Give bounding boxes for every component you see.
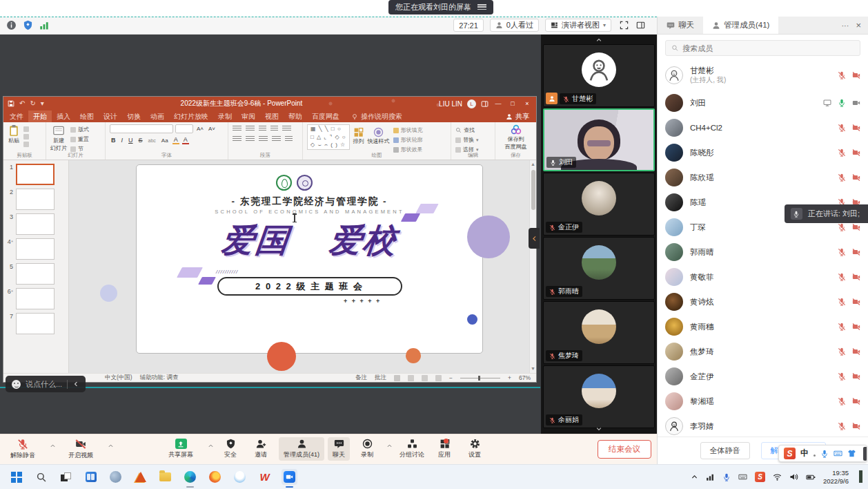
strip-scroll-down-icon[interactable] (592, 425, 606, 432)
copy-icon[interactable] (23, 134, 29, 140)
quark-browser-icon[interactable] (232, 469, 248, 485)
shape-fill-button[interactable]: 形状填充 (393, 126, 423, 134)
redo-icon[interactable]: ↻ (30, 100, 35, 107)
settings-button[interactable]: 设置 (464, 437, 486, 461)
camera-off-icon[interactable] (852, 397, 860, 405)
start-video-button[interactable]: 开启视频 (63, 437, 98, 461)
video-tile[interactable]: 焦梦琦 (543, 301, 655, 364)
mute-all-button[interactable]: 全体静音 (700, 442, 750, 459)
align-left-icon[interactable] (233, 136, 241, 142)
slide-thumbnail-2[interactable]: 2 (6, 189, 66, 210)
save-icon[interactable] (8, 100, 14, 107)
member-row[interactable]: 金芷伊 (665, 364, 860, 389)
slide-thumbnail-3[interactable]: 3 (6, 213, 66, 235)
scroll-up-icon[interactable]: ▲ (530, 160, 536, 169)
meeting-info-icon[interactable] (6, 19, 17, 31)
sorter-view-icon[interactable] (408, 375, 414, 381)
mic-on-icon[interactable] (838, 99, 846, 107)
ppt-close-icon[interactable]: × (522, 100, 532, 107)
strip-scroll-up-icon[interactable] (592, 37, 606, 44)
camera-off-icon[interactable] (852, 148, 860, 157)
ppt-tab-home[interactable]: 开始 (28, 111, 52, 122)
end-meeting-button[interactable]: 结束会议 (598, 440, 651, 459)
panel-collapse-handle[interactable] (529, 228, 540, 249)
layout-button[interactable]: 版式 (70, 126, 89, 133)
tab-chat[interactable]: 聊天 (658, 17, 703, 34)
line-spacing-icon[interactable] (282, 126, 291, 132)
scroll-down-icon[interactable]: ▼ (530, 365, 536, 373)
network-signal-icon[interactable] (39, 19, 50, 31)
ppt-tab-record[interactable]: 录制 (213, 111, 237, 122)
ime-language-mode[interactable]: 中 (800, 448, 809, 459)
grow-font-icon[interactable]: A˄ (195, 126, 205, 132)
replace-button[interactable]: 替换▾ (455, 136, 479, 144)
quick-chat-placeholder[interactable]: 说点什么... (26, 379, 62, 390)
ime-toolbar[interactable]: S 中 (778, 445, 867, 462)
ime-toolbox-icon[interactable] (863, 447, 867, 461)
member-row[interactable]: 黄诗炫 (665, 289, 860, 314)
slide-thumbnail-5[interactable]: 5 (6, 263, 66, 285)
ime-keyboard-icon[interactable] (834, 449, 842, 458)
ppt-tab-file[interactable]: 文件 (5, 111, 28, 122)
ppt-maximize-icon[interactable]: □ (508, 100, 517, 107)
member-row[interactable]: 李羽婧 (665, 414, 860, 439)
firefox-icon[interactable] (207, 469, 223, 485)
camera-off-icon[interactable] (852, 248, 860, 256)
volume-icon[interactable] (789, 472, 798, 481)
quick-access-caret-icon[interactable]: ▾ (41, 100, 44, 107)
cellular-signal-icon[interactable] (706, 472, 715, 481)
ppt-tab-insert[interactable]: 插入 (52, 111, 75, 122)
close-panel-icon[interactable]: × (856, 20, 861, 30)
font-size-box[interactable] (175, 124, 193, 133)
shape-outline-button[interactable]: 形状轮廓 (393, 136, 423, 144)
zoom-slider-thumb[interactable] (478, 376, 480, 381)
tray-mic-icon[interactable] (722, 473, 731, 481)
mic-muted-icon[interactable] (838, 372, 846, 381)
char-spacing-icon[interactable]: abc (147, 138, 157, 143)
ppt-tab-baidu[interactable]: 百度网盘 (307, 111, 344, 122)
current-slide[interactable]: - 东莞理工学院经济与管理学院 - SCHOOL OF ECONOMICS AN… (136, 164, 483, 354)
strikethrough-button[interactable]: S (137, 137, 144, 144)
paste-button[interactable]: 粘贴 (8, 124, 20, 144)
apps-button[interactable]: 应用 (433, 437, 455, 461)
mic-muted-icon[interactable] (838, 273, 846, 281)
ppt-share-button[interactable]: 共享 (506, 112, 536, 122)
chat-button[interactable]: 聊天 (328, 437, 350, 461)
shapes-gallery[interactable]: ▦ ╲ ╲ □ ○ □ △ ⌞ ⌝ ◇ ○ ◇ ⌣ ⌢ ( ) ☆ (307, 124, 350, 150)
member-row[interactable]: 刘田 (665, 90, 860, 115)
ppt-tab-transitions[interactable]: 切换 (122, 111, 146, 122)
viewers-button[interactable]: 0人看过 (490, 19, 539, 32)
sogou-tray-icon[interactable]: S (755, 472, 765, 482)
invite-button[interactable]: 邀请 (250, 437, 272, 461)
ribbon-display-icon[interactable] (481, 100, 489, 108)
emoji-icon[interactable] (12, 380, 21, 389)
ppt-tab-help[interactable]: 帮助 (284, 111, 307, 122)
wps-icon[interactable]: W (257, 469, 273, 485)
comments-button[interactable]: 批注 (375, 374, 386, 382)
mic-muted-icon[interactable] (838, 298, 846, 306)
mic-muted-icon[interactable] (838, 422, 846, 430)
layout-panel-icon[interactable] (635, 19, 647, 31)
camera-off-icon[interactable] (852, 173, 860, 182)
member-row[interactable]: 焦梦琦 (665, 339, 860, 364)
numbering-icon[interactable] (246, 126, 255, 132)
camera-off-icon[interactable] (852, 422, 860, 430)
camera-off-icon[interactable] (852, 71, 860, 79)
zoom-slider[interactable] (460, 378, 500, 378)
camera-off-icon[interactable] (852, 298, 860, 306)
video-tile-speaking[interactable]: 刘田 (543, 108, 655, 171)
columns-icon[interactable] (285, 136, 293, 142)
tell-me-search[interactable]: 操作说明搜索 (351, 112, 402, 122)
manage-members-button[interactable]: 管理成员(41) (279, 437, 324, 461)
font-name-box[interactable] (110, 124, 173, 133)
ppt-tab-view[interactable]: 视图 (260, 111, 284, 122)
slide-thumbnail-6[interactable]: 6* (6, 288, 66, 309)
scrollbar-thumb[interactable] (531, 170, 535, 210)
file-explorer-icon[interactable] (157, 469, 173, 485)
member-row[interactable]: 黎湘瑶 (665, 389, 860, 414)
new-slide-button[interactable]: 新建幻灯片 (50, 124, 67, 152)
align-right-icon[interactable] (259, 136, 268, 142)
zoom-level[interactable]: 67% (519, 374, 531, 381)
meeting-app-icon[interactable] (282, 469, 297, 485)
member-search-box[interactable] (665, 40, 860, 56)
